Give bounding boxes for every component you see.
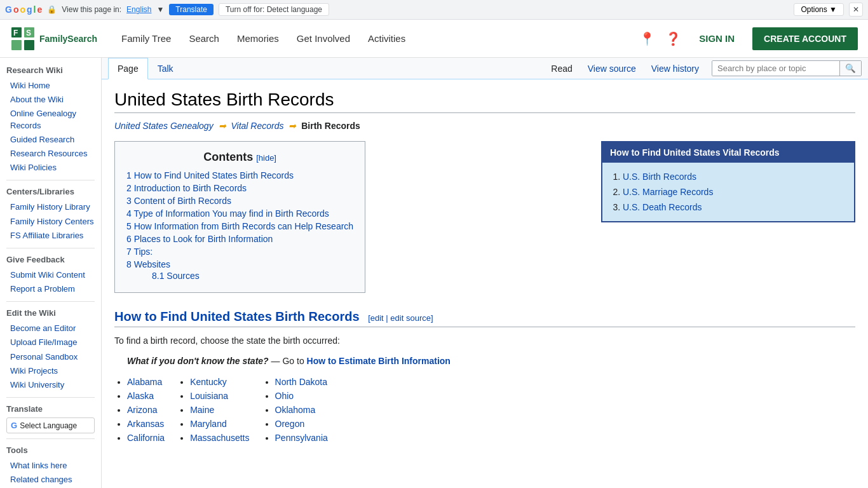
wiki-search-input[interactable]: [712, 61, 839, 76]
state-arizona: Arizona: [127, 403, 165, 417]
section1-edit-area: [edit | edit source]: [368, 313, 433, 323]
sidebar-wiki-policies[interactable]: Wiki Policies: [6, 161, 95, 175]
svg-rect-2: [11, 40, 22, 50]
vital-box-title: How to Find United States Vital Records: [602, 142, 854, 163]
tab-view-source[interactable]: View source: [580, 58, 644, 79]
svg-rect-3: [24, 40, 34, 50]
lock-icon: 🔒: [47, 5, 57, 14]
toc-item-5: 5 How Information from Birth Records can…: [126, 220, 353, 233]
translate-view-text: View this page in:: [62, 5, 121, 14]
state-alabama: Alabama: [127, 375, 165, 389]
contents-hide-btn[interactable]: [hide]: [256, 153, 276, 163]
wiki-search-button[interactable]: 🔍: [839, 61, 861, 76]
section1-title: How to Find United States Birth Records: [114, 309, 360, 323]
nav-get-involved[interactable]: Get Involved: [288, 28, 359, 49]
translate-title: Translate: [6, 404, 95, 414]
tab-talk[interactable]: Talk: [148, 58, 183, 79]
page-tabs: Page Talk Read View source View history …: [102, 58, 868, 79]
sidebar-personal-sandbox[interactable]: Personal Sandbox: [6, 350, 95, 364]
sidebar-submit-wiki[interactable]: Submit Wiki Content: [6, 268, 95, 282]
toc-item-6: 6 Places to Look for Birth Information: [126, 233, 353, 245]
sidebar-report-problem[interactable]: Report a Problem: [6, 282, 95, 296]
signin-button[interactable]: SIGN IN: [691, 28, 742, 49]
logo-link[interactable]: F S FamilySearch: [10, 26, 97, 51]
research-wiki-title: Research Wiki: [6, 65, 95, 75]
sidebar-wiki-university[interactable]: Wiki University: [6, 378, 95, 392]
what-if-text: What if you don't know the state?: [127, 356, 269, 366]
contents-box: Contents [hide] 1 How to Find United Sta…: [114, 141, 365, 293]
sidebar-family-history-centers[interactable]: Family History Centers: [6, 215, 95, 229]
breadcrumb-current: Birth Records: [301, 121, 360, 131]
state-oregon: Oregon: [275, 417, 328, 431]
sidebar-upload-file[interactable]: Upload File/Image: [6, 336, 95, 349]
state-column-3: North Dakota Ohio Oklahoma Oregon Pennsy…: [262, 375, 328, 445]
translate-button[interactable]: Translate: [169, 4, 214, 15]
sidebar-become-editor[interactable]: Become an Editor: [6, 322, 95, 336]
tools-title: Tools: [6, 445, 95, 455]
toc-item-2: 2 Introduction to Birth Records: [126, 182, 353, 194]
vital-link-1: U.S. Birth Records: [623, 169, 845, 184]
sidebar-wiki-projects[interactable]: Wiki Projects: [6, 364, 95, 378]
nav-activities[interactable]: Activities: [359, 28, 414, 49]
state-alaska: Alaska: [127, 389, 165, 403]
sidebar-what-links-here[interactable]: What links here: [6, 459, 95, 473]
state-north-dakota: North Dakota: [275, 375, 328, 389]
state-maryland: Maryland: [190, 417, 249, 431]
location-icon[interactable]: 📍: [639, 31, 655, 46]
sidebar-guided-research[interactable]: Guided Research: [6, 133, 95, 147]
nav-right: 📍 ❓ SIGN IN CREATE ACCOUNT: [639, 27, 858, 50]
search-icon: 🔍: [845, 64, 856, 73]
estimate-birth-link[interactable]: How to Estimate Birth Information: [307, 356, 451, 366]
main-nav: F S FamilySearch Family Tree Search Memo…: [0, 20, 868, 58]
tab-view-history[interactable]: View history: [644, 58, 707, 79]
state-pennsylvania: Pennsylvania: [275, 431, 328, 445]
article-title: United States Birth Records: [114, 90, 855, 113]
content-wrapper: Research Wiki Wiki Home About the Wiki O…: [0, 58, 868, 488]
vital-records-box: How to Find United States Vital Records …: [601, 141, 855, 222]
state-lists: Alabama Alaska Arizona Arkansas Californ…: [114, 375, 855, 445]
sidebar-family-history-library[interactable]: Family History Library: [6, 200, 95, 214]
translate-language-link[interactable]: English: [126, 5, 151, 14]
nav-family-tree[interactable]: Family Tree: [112, 28, 180, 49]
breadcrumb: United States Genealogy ➡ Vital Records …: [114, 121, 855, 131]
sidebar-research-resources[interactable]: Research Resources: [6, 147, 95, 161]
sidebar-fs-affiliate[interactable]: FS Affiliate Libraries: [6, 229, 95, 243]
svg-text:F: F: [13, 29, 18, 37]
nav-memories[interactable]: Memories: [228, 28, 288, 49]
wiki-search: 🔍: [712, 60, 862, 76]
vital-box-content: U.S. Birth Records U.S. Marriage Records…: [602, 163, 854, 221]
state-kentucky: Kentucky: [190, 375, 249, 389]
section1-edit-link[interactable]: edit: [370, 313, 384, 323]
sidebar-wiki-home[interactable]: Wiki Home: [6, 79, 95, 93]
state-california: California: [127, 431, 165, 445]
translate-widget[interactable]: G Select Language: [6, 417, 95, 433]
vital-link-3: U.S. Death Records: [623, 200, 845, 215]
state-arkansas: Arkansas: [127, 417, 165, 431]
create-account-button[interactable]: CREATE ACCOUNT: [752, 27, 858, 50]
tab-page[interactable]: Page: [108, 58, 148, 79]
select-language-label[interactable]: Select Language: [20, 421, 77, 430]
nav-links: Family Tree Search Memories Get Involved…: [112, 28, 414, 49]
sidebar-about-wiki[interactable]: About the Wiki: [6, 93, 95, 107]
breadcrumb-link-2[interactable]: Vital Records: [231, 121, 283, 131]
help-icon[interactable]: ❓: [665, 31, 681, 46]
options-button[interactable]: Options ▼: [794, 3, 844, 16]
sidebar-online-genealogy[interactable]: Online Genealogy Records: [6, 107, 95, 132]
turnoff-button[interactable]: Turn off for: Detect language: [219, 3, 329, 16]
contents-title: Contents: [203, 151, 253, 163]
sidebar: Research Wiki Wiki Home About the Wiki O…: [0, 58, 102, 488]
state-maine: Maine: [190, 403, 249, 417]
breadcrumb-link-1[interactable]: United States Genealogy: [114, 121, 214, 131]
state-louisiana: Louisiana: [190, 389, 249, 403]
give-feedback-title: Give Feedback: [6, 255, 95, 264]
section1-editsource-link[interactable]: edit source: [390, 313, 431, 323]
section1-heading: How to Find United States Birth Records …: [114, 309, 855, 327]
toc-item-7: 7 Tips:: [126, 245, 353, 258]
tab-read[interactable]: Read: [543, 58, 580, 79]
sidebar-related-changes[interactable]: Related changes: [6, 473, 95, 487]
state-massachusetts: Massachusetts: [190, 431, 249, 445]
toc-item-1: 1 How to Find United States Birth Record…: [126, 169, 353, 182]
translate-close-button[interactable]: ✕: [849, 3, 863, 17]
article-body: To find a birth record, choose the state…: [114, 334, 855, 445]
nav-search[interactable]: Search: [180, 28, 228, 49]
